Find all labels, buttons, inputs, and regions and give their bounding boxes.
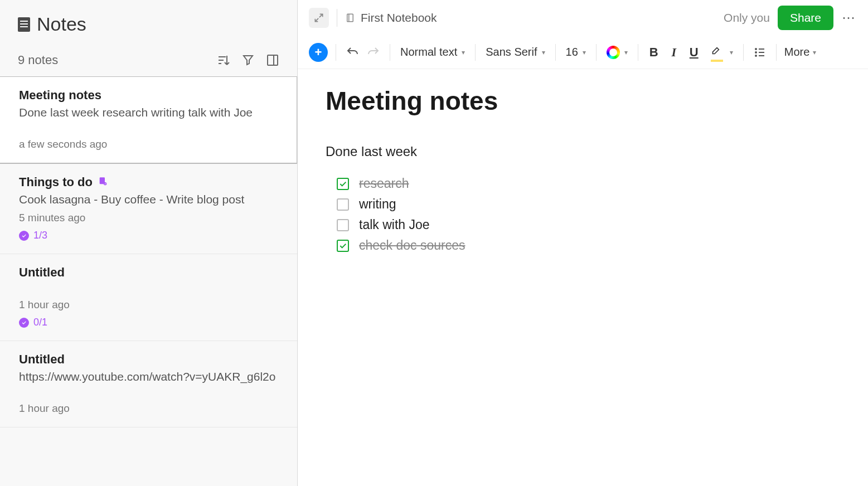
- chevron-down-icon: ▾: [583, 48, 586, 56]
- svg-point-6: [755, 55, 757, 56]
- font-family-label: Sans Serif: [486, 46, 537, 59]
- bold-button[interactable]: B: [646, 45, 662, 60]
- notebook-link[interactable]: First Notebook: [345, 11, 437, 25]
- checklist: researchwritingtalk with Joecheck doc so…: [326, 176, 840, 253]
- note-preview: Cook lasagna - Buy coffee - Write blog p…: [19, 193, 278, 206]
- divider: [390, 44, 390, 61]
- checklist-item: talk with Joe: [337, 217, 840, 232]
- editor-topbar: First Notebook Only you Share ⋯: [298, 0, 868, 36]
- chevron-down-icon: ▾: [542, 48, 545, 56]
- note-item[interactable]: Untitled1 hour ago0/1: [0, 254, 297, 341]
- chevron-down-icon: ▾: [462, 48, 465, 56]
- underline-button[interactable]: U: [686, 45, 702, 60]
- divider: [337, 9, 337, 27]
- note-list: Meeting notesDone last week research wri…: [0, 76, 297, 486]
- chevron-down-icon: ▾: [624, 48, 628, 56]
- view-toggle-icon[interactable]: [266, 54, 279, 67]
- more-menu-icon[interactable]: ⋯: [841, 10, 857, 26]
- divider: [336, 44, 336, 61]
- checkbox[interactable]: [337, 198, 349, 211]
- visibility-label[interactable]: Only you: [724, 11, 770, 25]
- notes-sidebar: Notes 9 notes Meeting notesDone last wee…: [0, 0, 298, 486]
- checklist-item: check doc sources: [337, 238, 840, 253]
- redo-button[interactable]: [365, 44, 382, 61]
- note-time: a few seconds ago: [19, 138, 278, 150]
- note-title: Things to do: [19, 175, 93, 189]
- expand-button[interactable]: [309, 8, 329, 28]
- font-size-label: 16: [566, 46, 578, 59]
- text-color-dropdown[interactable]: ▾: [604, 46, 630, 59]
- checkbox[interactable]: [337, 178, 349, 190]
- svg-point-5: [755, 52, 757, 53]
- notebook-icon: [345, 12, 355, 24]
- checklist-item: writing: [337, 197, 840, 212]
- editor-body[interactable]: Meeting notes Done last week researchwri…: [298, 69, 868, 486]
- badge-text: 0/1: [33, 317, 47, 328]
- svg-rect-3: [347, 14, 353, 22]
- checklist-text[interactable]: research: [359, 176, 409, 191]
- share-button[interactable]: Share: [778, 6, 833, 30]
- checklist-item: research: [337, 176, 840, 191]
- sidebar-title: Notes: [37, 13, 86, 35]
- highlight-dropdown[interactable]: ▾: [706, 44, 735, 61]
- insert-button[interactable]: +: [309, 43, 328, 62]
- checkbox[interactable]: [337, 240, 349, 252]
- note-item[interactable]: Meeting notesDone last week research wri…: [0, 76, 297, 164]
- note-time: 1 hour ago: [19, 402, 278, 415]
- more-label: More: [784, 46, 810, 59]
- italic-button[interactable]: I: [666, 45, 682, 60]
- divider: [638, 44, 638, 61]
- divider: [596, 44, 597, 61]
- task-icon: [98, 176, 107, 188]
- note-time: 5 minutes ago: [19, 212, 278, 224]
- divider: [555, 44, 556, 61]
- chevron-down-icon: ▾: [730, 48, 733, 56]
- note-title: Untitled: [19, 352, 65, 367]
- chevron-down-icon: ▾: [813, 48, 816, 56]
- check-badge-icon: [19, 318, 29, 328]
- color-ring-icon: [607, 46, 620, 59]
- document-title[interactable]: Meeting notes: [326, 86, 840, 116]
- checklist-text[interactable]: writing: [359, 197, 396, 212]
- note-preview: Done last week research writing talk wit…: [19, 106, 278, 119]
- checklist-text[interactable]: check doc sources: [359, 238, 465, 253]
- svg-rect-0: [268, 55, 278, 65]
- more-formatting-button[interactable]: More ▾: [784, 46, 817, 59]
- note-item[interactable]: Things to doCook lasagna - Buy coffee - …: [0, 164, 297, 254]
- undo-button[interactable]: [344, 44, 361, 61]
- note-title: Untitled: [19, 265, 65, 280]
- badge-text: 1/3: [33, 230, 47, 241]
- sort-icon[interactable]: [217, 54, 230, 67]
- note-count: 9 notes: [18, 53, 58, 67]
- paragraph-style-label: Normal text: [400, 46, 457, 59]
- font-family-dropdown[interactable]: Sans Serif ▾: [483, 46, 547, 59]
- note-item[interactable]: Untitledhttps://www.youtube.com/watch?v=…: [0, 341, 297, 427]
- svg-point-4: [755, 48, 757, 50]
- paragraph-style-dropdown[interactable]: Normal text ▾: [398, 46, 467, 59]
- notebook-name: First Notebook: [361, 11, 437, 25]
- sidebar-header: Notes: [0, 0, 297, 42]
- checkbox[interactable]: [337, 219, 349, 231]
- divider: [776, 44, 777, 61]
- notes-icon: [18, 17, 30, 32]
- highlighter-icon: [709, 44, 725, 61]
- note-preview: https://www.youtube.com/watch?v=yUAKR_g6…: [19, 370, 278, 383]
- font-size-dropdown[interactable]: 16 ▾: [564, 46, 588, 59]
- note-title: Meeting notes: [19, 88, 101, 103]
- task-progress-badge: 0/1: [19, 317, 278, 328]
- filter-icon[interactable]: [241, 54, 255, 67]
- bullet-list-button[interactable]: [751, 44, 768, 61]
- checklist-text[interactable]: talk with Joe: [359, 217, 430, 232]
- note-time: 1 hour ago: [19, 299, 278, 311]
- format-toolbar: + Normal text ▾ Sans Serif ▾ 16 ▾ ▾ B I: [298, 36, 868, 69]
- section-heading[interactable]: Done last week: [326, 144, 840, 159]
- task-progress-badge: 1/3: [19, 230, 278, 241]
- divider: [743, 44, 744, 61]
- editor-pane: First Notebook Only you Share ⋯ + Normal…: [298, 0, 868, 486]
- divider: [475, 44, 476, 61]
- check-badge-icon: [19, 231, 29, 241]
